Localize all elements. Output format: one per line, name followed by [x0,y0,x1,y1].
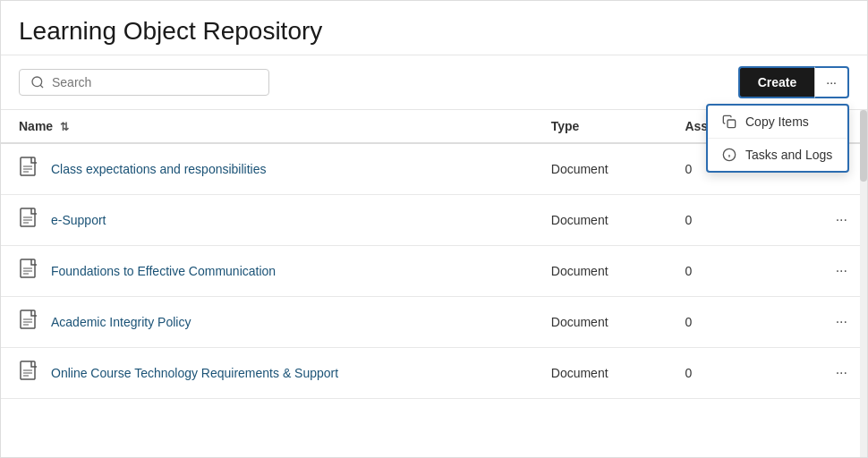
type-cell: Document [537,348,671,399]
copy-items-label: Copy Items [745,114,809,129]
name-cell: Academic Integrity Policy [1,297,537,347]
row-actions: ··· [792,312,853,332]
document-icon [19,360,40,386]
table-row: Foundations to Effective Communication D… [1,246,867,297]
dropdown-item-tasks-logs[interactable]: Tasks and Logs [708,138,847,171]
search-input[interactable] [52,75,258,89]
name-cell: Class expectations and responsibilities [1,144,537,194]
info-icon [722,148,736,162]
scrollbar-track [860,110,867,457]
item-name-link[interactable]: Class expectations and responsibilities [51,162,266,176]
row-more-button[interactable]: ··· [830,363,853,383]
associations-cell: 0 [670,195,778,246]
row-more-button[interactable]: ··· [830,210,853,230]
item-name-link[interactable]: Foundations to Effective Communication [51,264,276,278]
page-header: Learning Object Repository [1,1,867,55]
name-cell: e-Support [1,195,537,245]
toolbar: Create ··· Copy Items [1,55,867,110]
actions-cell: ··· [778,246,867,297]
table-row: e-Support Document 0 ··· [1,195,867,246]
search-icon [30,75,45,89]
type-cell: Document [537,195,671,246]
document-icon [19,310,40,335]
create-button[interactable]: Create [738,66,815,98]
name-cell: Online Course Technology Requirements & … [1,348,537,398]
row-actions: ··· [792,261,853,281]
associations-cell: 0 [670,246,778,297]
svg-point-0 [32,77,42,87]
actions-cell: ··· [778,195,867,246]
row-actions: ··· [792,363,853,383]
table-row: Academic Integrity Policy Document 0 ··· [1,297,867,348]
type-cell: Document [537,246,671,297]
row-more-button[interactable]: ··· [830,312,853,332]
type-cell: Document [537,297,671,348]
tasks-logs-label: Tasks and Logs [745,148,832,162]
name-cell: Foundations to Effective Communication [1,246,537,296]
sort-icon: ⇅ [60,121,69,133]
page-title: Learning Object Repository [19,17,849,46]
row-actions: ··· [792,210,853,230]
dropdown-menu: Copy Items Tasks and Logs [706,104,849,173]
associations-cell: 0 [670,348,778,399]
table-body: Class expectations and responsibilities … [1,143,867,399]
svg-line-1 [40,85,43,88]
search-container[interactable] [19,69,269,96]
more-options-button[interactable]: ··· [814,66,849,98]
document-icon [19,208,40,233]
row-more-button[interactable]: ··· [830,261,853,281]
dropdown-item-copy-items[interactable]: Copy Items [708,106,847,138]
item-name-link[interactable]: Online Course Technology Requirements & … [51,366,338,380]
page-container: Learning Object Repository Create ··· [0,0,868,458]
document-icon [19,157,40,182]
type-cell: Document [537,143,671,195]
action-buttons-group: Create ··· Copy Items [738,66,849,98]
scrollbar-thumb[interactable] [860,110,867,182]
item-name-link[interactable]: e-Support [51,213,106,227]
actions-cell: ··· [778,297,867,348]
svg-rect-2 [728,120,736,128]
table-row: Online Course Technology Requirements & … [1,348,867,399]
col-header-type: Type [537,110,671,143]
actions-cell: ··· [778,348,867,399]
associations-cell: 0 [670,297,778,348]
document-icon [19,259,40,284]
item-name-link[interactable]: Academic Integrity Policy [51,315,191,329]
col-header-name[interactable]: Name ⇅ [1,110,537,143]
copy-icon [722,114,736,129]
more-options-dots: ··· [826,75,837,89]
